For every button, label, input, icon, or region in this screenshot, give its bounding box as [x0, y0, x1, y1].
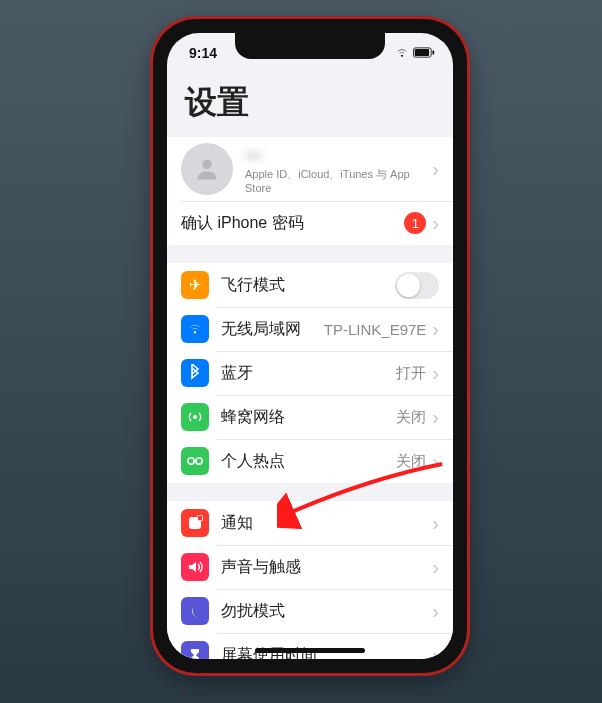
airplane-toggle[interactable] — [395, 272, 439, 299]
confirm-passcode-row[interactable]: 确认 iPhone 密码 1 › — [167, 201, 453, 245]
chevron-right-icon: › — [432, 407, 439, 427]
chevron-right-icon: › — [432, 363, 439, 383]
svg-point-6 — [196, 458, 202, 464]
account-name: — — [245, 145, 432, 165]
svg-point-8 — [197, 515, 203, 521]
chevron-right-icon: › — [432, 213, 439, 233]
phone-frame: 9:14 设置 — [150, 16, 470, 676]
bluetooth-value: 打开 — [396, 364, 426, 383]
hotspot-value: 关闭 — [396, 452, 426, 471]
cellular-row[interactable]: 蜂窝网络 关闭 › — [167, 395, 453, 439]
dnd-row[interactable]: 勿扰模式 › — [167, 589, 453, 633]
sound-icon — [181, 553, 209, 581]
chevron-right-icon: › — [432, 513, 439, 533]
avatar — [181, 143, 233, 195]
connectivity-group: ✈ 飞行模式 无线局域网 TP-LINK_E97E › — [167, 263, 453, 483]
airplane-mode-row[interactable]: ✈ 飞行模式 — [167, 263, 453, 307]
home-indicator[interactable] — [255, 648, 365, 653]
dnd-icon — [181, 597, 209, 625]
battery-icon — [413, 45, 435, 61]
notifications-icon — [181, 509, 209, 537]
alerts-group: 通知 › 声音与触感 › 勿扰模式 — [167, 501, 453, 659]
bluetooth-row[interactable]: 蓝牙 打开 › — [167, 351, 453, 395]
wifi-icon — [181, 315, 209, 343]
cellular-label: 蜂窝网络 — [221, 407, 396, 428]
hotspot-row[interactable]: 个人热点 关闭 › — [167, 439, 453, 483]
apple-id-row[interactable]: — Apple ID、iCloud、iTunes 与 App Store › — [167, 137, 453, 201]
svg-rect-1 — [415, 49, 429, 56]
svg-point-5 — [188, 458, 194, 464]
chevron-right-icon: › — [432, 319, 439, 339]
notifications-label: 通知 — [221, 513, 432, 534]
badge-count: 1 — [404, 212, 426, 234]
airplane-icon: ✈ — [181, 271, 209, 299]
account-group: — Apple ID、iCloud、iTunes 与 App Store › 确… — [167, 137, 453, 245]
wifi-value: TP-LINK_E97E — [324, 321, 427, 338]
svg-point-3 — [202, 160, 211, 169]
screen: 9:14 设置 — [167, 33, 453, 659]
notifications-row[interactable]: 通知 › — [167, 501, 453, 545]
chevron-right-icon: › — [432, 557, 439, 577]
wifi-row[interactable]: 无线局域网 TP-LINK_E97E › — [167, 307, 453, 351]
status-time: 9:14 — [189, 45, 217, 61]
cellular-value: 关闭 — [396, 408, 426, 427]
notch — [235, 33, 385, 59]
hotspot-label: 个人热点 — [221, 451, 396, 472]
chevron-right-icon: › — [432, 159, 439, 179]
account-subtitle: Apple ID、iCloud、iTunes 与 App Store — [245, 167, 432, 194]
sounds-haptics-row[interactable]: 声音与触感 › — [167, 545, 453, 589]
chevron-right-icon: › — [432, 451, 439, 471]
page-title: 设置 — [167, 73, 453, 137]
wifi-label: 无线局域网 — [221, 319, 324, 340]
chevron-right-icon: › — [432, 645, 439, 659]
bluetooth-label: 蓝牙 — [221, 363, 396, 384]
chevron-right-icon: › — [432, 601, 439, 621]
svg-point-4 — [193, 415, 197, 419]
confirm-passcode-label: 确认 iPhone 密码 — [181, 213, 404, 234]
cellular-icon — [181, 403, 209, 431]
sounds-label: 声音与触感 — [221, 557, 432, 578]
svg-rect-2 — [432, 50, 434, 54]
bluetooth-icon — [181, 359, 209, 387]
screen-time-icon — [181, 641, 209, 659]
screen-time-row[interactable]: 屏幕使用时间 › — [167, 633, 453, 659]
hotspot-icon — [181, 447, 209, 475]
airplane-label: 飞行模式 — [221, 275, 395, 296]
wifi-status-icon — [395, 45, 409, 61]
dnd-label: 勿扰模式 — [221, 601, 432, 622]
